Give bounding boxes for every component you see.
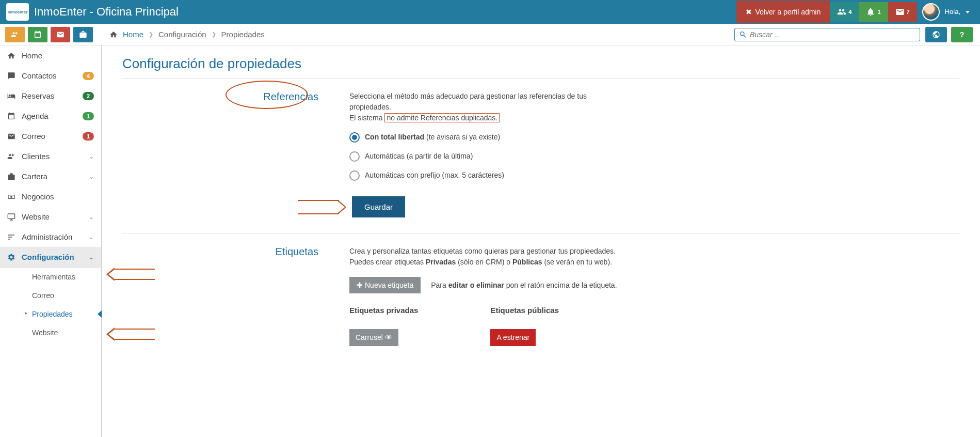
- sidebar-item-reservas[interactable]: Reservas 2: [0, 86, 101, 106]
- users-icon: [7, 152, 15, 161]
- back-to-admin-button[interactable]: ✖ Volver a perfil admin: [736, 1, 830, 23]
- users-icon: [11, 30, 19, 39]
- badge: 1: [83, 112, 94, 120]
- back-admin-label: Volver a perfil admin: [755, 8, 821, 16]
- tag-estrenar[interactable]: A estrenar: [490, 329, 536, 346]
- breadcrumb-home[interactable]: Home: [123, 30, 143, 39]
- caret-down-icon: [966, 11, 970, 13]
- bell-notif-button[interactable]: 1: [859, 2, 888, 22]
- bell-icon: [866, 7, 875, 17]
- radio-icon: [349, 170, 360, 181]
- sidebar: Home Contactos 4 Reservas 2 Agenda 1 Cor…: [0, 45, 102, 437]
- private-tags-column: Etiquetas privadas Carrusel 👁: [349, 305, 418, 346]
- users-notif-button[interactable]: 4: [830, 2, 859, 22]
- chevron-down-icon: ⌄: [89, 233, 94, 241]
- search-box[interactable]: [734, 28, 920, 41]
- calendar-icon: [7, 112, 15, 120]
- sidebar-label: Clientes: [22, 152, 83, 161]
- radio-label: Automáticas con prefijo (max. 5 carácter…: [365, 170, 504, 181]
- quick-calendar-button[interactable]: [28, 27, 47, 42]
- sidebar-item-negocios[interactable]: Negocios: [0, 186, 101, 207]
- section-etiquetas: Etiquetas Crea y personaliza tantas etiq…: [122, 246, 959, 346]
- gears-icon: [7, 253, 15, 261]
- briefcase-icon: [7, 173, 15, 181]
- sidebar-subitem-website[interactable]: Website: [10, 323, 101, 342]
- sidebar-item-home[interactable]: Home: [0, 45, 101, 66]
- logo[interactable]: inmoenter: [6, 3, 29, 21]
- badge: 2: [83, 92, 94, 100]
- close-icon: ✖: [746, 8, 752, 16]
- globe-button[interactable]: [925, 27, 947, 42]
- breadcrumb-current: Propiedades: [221, 30, 265, 39]
- annotation-arrow: [114, 329, 155, 340]
- sidebar-item-website[interactable]: Website ⌄: [0, 207, 101, 227]
- user-menu[interactable]: Hola,: [917, 3, 980, 21]
- new-tag-button[interactable]: ✚Nueva etiqueta: [349, 277, 421, 293]
- breadcrumb-config: Configuración: [158, 30, 206, 39]
- sidebar-label: Configuración: [22, 253, 83, 261]
- page-title: Configuración de propiedades: [122, 56, 959, 72]
- sliders-icon: [7, 233, 15, 241]
- sidebar-label: Administración: [22, 232, 83, 241]
- sidebar-item-correo[interactable]: Correo 1: [0, 126, 101, 146]
- etiq-desc2: Puedes crear etiquetas Privadas (sólo en…: [349, 257, 628, 268]
- logo-text: inmoenter: [8, 10, 28, 14]
- main-content: Configuración de propiedades Referencias…: [102, 45, 980, 437]
- sidebar-item-agenda[interactable]: Agenda 1: [0, 106, 101, 126]
- mail-icon: [56, 30, 65, 39]
- help-label: ?: [960, 30, 965, 39]
- radio-option-libertad[interactable]: Con total libertad (te avisará si ya exi…: [349, 132, 628, 143]
- help-button[interactable]: ?: [951, 27, 973, 42]
- users-icon: [837, 7, 846, 17]
- breadcrumb-sep: ❯: [212, 31, 216, 38]
- divider: [122, 78, 959, 79]
- save-button[interactable]: Guardar: [352, 196, 405, 217]
- badge: 1: [83, 132, 94, 141]
- sidebar-label: Negocios: [22, 192, 94, 201]
- sidebar-item-cartera[interactable]: Cartera ⌄: [0, 166, 101, 186]
- sidebar-subitem-correo[interactable]: Correo: [10, 286, 101, 305]
- sidebar-label: Agenda: [22, 112, 76, 120]
- section-heading: Etiquetas: [276, 246, 318, 258]
- quick-users-button[interactable]: [5, 27, 25, 42]
- radio-icon: [349, 151, 360, 162]
- ref-desc1: Selecciona el método más adecuado para g…: [349, 91, 628, 113]
- eye-icon: 👁: [385, 333, 392, 341]
- user-greeting: Hola,: [945, 8, 960, 16]
- mail-icon: [895, 7, 905, 17]
- top-header: inmoenter InmoEnter - Oficina Principal …: [0, 0, 980, 24]
- annotation-arrow: [114, 269, 155, 280]
- annotation-ellipse: [226, 81, 308, 109]
- text: El sistema: [349, 114, 384, 122]
- radio-option-auto[interactable]: Automáticas (a partir de la última): [349, 151, 628, 162]
- sidebar-item-config[interactable]: Configuración ⌄: [0, 247, 101, 268]
- bell-badge: 1: [877, 9, 880, 15]
- breadcrumb: Home ❯ Configuración ❯ Propiedades: [98, 30, 265, 39]
- sidebar-subitem-herramientas[interactable]: Herramientas: [10, 268, 101, 286]
- tag-carrusel[interactable]: Carrusel 👁: [349, 329, 398, 346]
- sidebar-item-admin[interactable]: Administración ⌄: [0, 227, 101, 247]
- sidebar-subitem-propiedades[interactable]: Propiedades: [10, 305, 101, 323]
- annotation-arrow: [298, 200, 339, 214]
- money-icon: [7, 193, 15, 201]
- search-input[interactable]: [750, 30, 915, 39]
- chevron-down-icon: ⌄: [89, 153, 94, 160]
- briefcase-icon: [79, 30, 87, 39]
- sidebar-item-clientes[interactable]: Clientes ⌄: [0, 146, 101, 166]
- sidebar-label: Contactos: [22, 71, 76, 80]
- sidebar-label: Reservas: [22, 91, 76, 100]
- mail-badge: 7: [907, 9, 910, 15]
- app-title: InmoEnter - Oficina Principal: [34, 5, 736, 19]
- search-icon: [739, 30, 747, 39]
- quick-mail-button[interactable]: [51, 27, 70, 42]
- chevron-down-icon: ⌄: [89, 254, 94, 261]
- sidebar-label: Correo: [22, 132, 76, 141]
- home-icon: [109, 30, 118, 39]
- radio-option-prefijo[interactable]: Automáticas con prefijo (max. 5 carácter…: [349, 170, 628, 181]
- sidebar-item-contactos[interactable]: Contactos 4: [0, 66, 101, 86]
- calendar-icon: [34, 30, 42, 39]
- mail-notif-button[interactable]: 7: [888, 2, 917, 22]
- sidebar-label: Cartera: [22, 172, 83, 181]
- quick-briefcase-button[interactable]: [73, 27, 93, 42]
- btn-label: Nueva etiqueta: [365, 281, 413, 289]
